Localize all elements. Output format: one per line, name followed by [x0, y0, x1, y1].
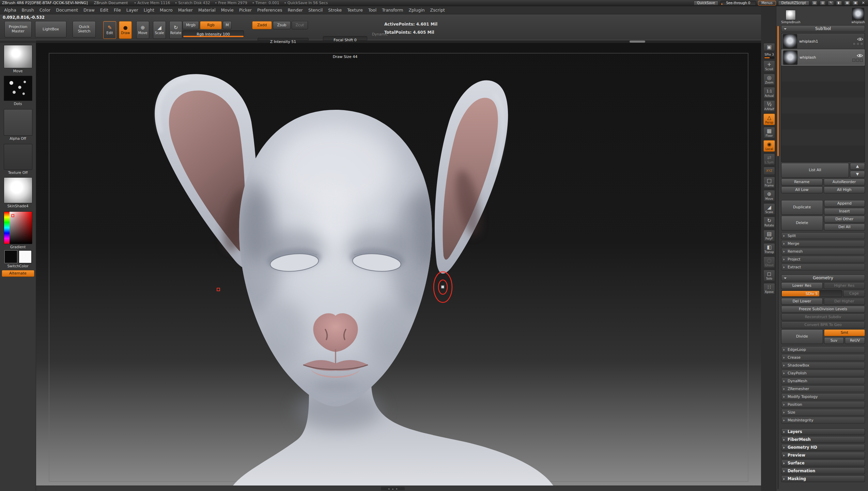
smt-toggle[interactable]: Smt: [824, 329, 865, 336]
current-material-thumbnail[interactable]: [4, 177, 32, 203]
del-other-button[interactable]: Del Other: [824, 216, 865, 223]
current-tool-thumbnail[interactable]: [852, 8, 864, 20]
deformation-palette-header[interactable]: Deformation: [781, 467, 865, 474]
rgb-button[interactable]: Rgb: [200, 21, 222, 29]
fibermesh-palette-header[interactable]: FiberMesh: [781, 436, 865, 443]
simplebrush-thumbnail[interactable]: [786, 10, 796, 20]
canvas-hscrollbar[interactable]: [36, 40, 761, 43]
zoom-button[interactable]: ◎ Zoom: [763, 74, 775, 85]
split-section[interactable]: Split: [781, 232, 865, 239]
del-all-button[interactable]: Del All: [824, 224, 865, 230]
current-texture-thumbnail[interactable]: [4, 144, 32, 170]
menu-tool[interactable]: Tool: [366, 6, 379, 14]
main-color-swatch[interactable]: [4, 250, 17, 263]
doc-icon[interactable]: ▣: [852, 1, 858, 5]
menu-edit[interactable]: Edit: [97, 6, 111, 14]
mini-icon[interactable]: [856, 59, 859, 62]
subtool-row[interactable]: whiplash1: [781, 33, 865, 49]
menu-stencil[interactable]: Stencil: [306, 6, 325, 14]
suv-toggle[interactable]: Suv: [824, 337, 844, 344]
subtool-empty-slot[interactable]: [781, 130, 865, 146]
menu-texture[interactable]: Texture: [344, 6, 366, 14]
modify-topology-section[interactable]: Modify Topology: [781, 393, 865, 400]
menu-material[interactable]: Material: [196, 6, 218, 14]
rotate-mode-button[interactable]: ↻ Rotate: [169, 21, 182, 39]
lsym-toggle[interactable]: ⇄ L.Sym: [763, 153, 775, 165]
menu-preferences[interactable]: Preferences: [254, 6, 285, 14]
dynamesh-section[interactable]: DynaMesh: [781, 377, 865, 384]
freeze-subdivision-button[interactable]: Freeze SubDivision Levels: [781, 306, 865, 313]
transparency-toggle[interactable]: ◧ Transp: [763, 243, 775, 255]
secondary-color-swatch[interactable]: [19, 250, 32, 263]
rename-button[interactable]: Rename: [781, 179, 823, 185]
actual-size-button[interactable]: 1:1 Actual: [763, 87, 775, 99]
current-alpha-thumbnail[interactable]: [4, 109, 32, 136]
reconstruct-subdiv-button[interactable]: Reconstruct Subdiv: [781, 314, 865, 321]
surface-palette-header[interactable]: Surface: [781, 460, 865, 466]
delete-button[interactable]: Delete: [781, 216, 823, 230]
close-window-icon[interactable]: ✕: [861, 1, 866, 5]
cage-button[interactable]: Cage: [843, 290, 865, 297]
menu-file[interactable]: File: [111, 6, 124, 14]
layout-icon[interactable]: ▥: [820, 1, 826, 5]
divide-button[interactable]: Divide: [781, 329, 823, 344]
claypolish-section[interactable]: ClayPolish: [781, 370, 865, 376]
menu-layer[interactable]: Layer: [124, 6, 141, 14]
subtool-thumbnail[interactable]: [783, 34, 797, 48]
scale-mode-button[interactable]: ◢ Scale: [153, 21, 166, 39]
current-tool-block[interactable]: whiplash: [851, 8, 865, 24]
insert-button[interactable]: Insert: [824, 208, 865, 215]
extract-section[interactable]: Extract: [781, 264, 865, 270]
lightbox-button[interactable]: LightBox: [35, 21, 66, 38]
aahalf-button[interactable]: ½ AAHalf: [763, 100, 775, 112]
del-lower-button[interactable]: Del Lower: [781, 298, 823, 305]
geometry-header[interactable]: Geometry: [781, 274, 865, 281]
local-pivot-toggle[interactable]: ◉ Local: [763, 140, 775, 152]
menu-picker[interactable]: Picker: [236, 6, 254, 14]
zcut-button[interactable]: Zcut: [292, 21, 308, 29]
subtool-empty-slot[interactable]: [781, 146, 865, 162]
menu-marker[interactable]: Marker: [175, 6, 196, 14]
edit-mode-button[interactable]: ✎ Edit: [103, 21, 116, 39]
palette-icon[interactable]: ▤: [811, 1, 818, 5]
subtool-empty-slot[interactable]: [781, 98, 865, 114]
edgeloop-section[interactable]: EdgeLoop: [781, 346, 865, 353]
menu-transform[interactable]: Transform: [379, 6, 406, 14]
select-up-button[interactable]: ▲: [850, 163, 865, 170]
mrgb-button[interactable]: Mrgb: [183, 21, 199, 29]
list-all-button[interactable]: List All: [781, 163, 849, 178]
visibility-eye-icon[interactable]: [857, 54, 863, 58]
rgb-intensity-slider[interactable]: Rgb Intensity 100: [183, 30, 244, 38]
spix-slider[interactable]: SPix 3: [763, 53, 775, 59]
menus-toggle-button[interactable]: Menus: [758, 1, 776, 5]
ghost-toggle[interactable]: ◌ Ghost: [763, 256, 775, 268]
subtool-thumbnail[interactable]: [783, 50, 797, 65]
reuv-button[interactable]: ReUV: [845, 337, 865, 344]
zsub-button[interactable]: Zsub: [273, 21, 291, 29]
subtool-empty-slot[interactable]: [781, 65, 865, 81]
projection-master-button[interactable]: Projection Master: [4, 21, 32, 38]
menu-document[interactable]: Document: [53, 6, 81, 14]
hscrollbar-handle[interactable]: [630, 41, 645, 43]
masking-palette-header[interactable]: Masking: [781, 475, 865, 482]
persp-toggle[interactable]: △ Persp: [763, 114, 775, 125]
menu-render[interactable]: Render: [285, 6, 306, 14]
geometry-hd-palette-header[interactable]: Geometry HD: [781, 444, 865, 451]
mini-icon[interactable]: [853, 42, 856, 45]
shade-icon[interactable]: ◧: [836, 1, 842, 5]
shadowbox-section[interactable]: ShadowBox: [781, 362, 865, 369]
duplicate-button[interactable]: Duplicate: [781, 200, 823, 215]
menu-zscript[interactable]: Zscript: [428, 6, 448, 14]
bpr-render-button[interactable]: ▣: [763, 43, 775, 51]
floor-toggle[interactable]: ▦ Floor: [763, 127, 775, 138]
see-through-slider[interactable]: See-through 0: [720, 1, 756, 5]
remesh-section[interactable]: Remesh: [781, 248, 865, 255]
pencil-icon[interactable]: ✎: [828, 1, 834, 5]
append-button[interactable]: Append: [824, 200, 865, 207]
menu-stroke[interactable]: Stroke: [325, 6, 344, 14]
left-arrow-icon[interactable]: ◂: [388, 487, 389, 490]
right-arrow-icon[interactable]: ▸: [396, 487, 398, 490]
gradient-toggle[interactable]: Gradient: [10, 245, 26, 249]
move-mode-button[interactable]: ⊕ Move: [136, 21, 149, 39]
visibility-eye-icon[interactable]: [857, 37, 863, 41]
